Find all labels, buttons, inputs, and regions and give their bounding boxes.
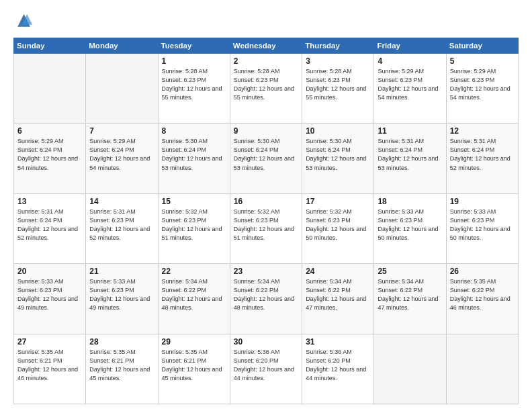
day-info: Sunrise: 5:29 AM Sunset: 6:24 PM Dayligh…: [17, 137, 82, 172]
day-number: 31: [306, 337, 370, 347]
day-number: 8: [162, 126, 226, 136]
calendar-cell: 12Sunrise: 5:31 AM Sunset: 6:24 PM Dayli…: [446, 124, 518, 193]
day-info: Sunrise: 5:34 AM Sunset: 6:22 PM Dayligh…: [378, 277, 442, 312]
weekday-header-thursday: Thursday: [302, 38, 374, 54]
calendar-table: SundayMondayTuesdayWednesdayThursdayFrid…: [13, 38, 519, 404]
weekday-header-tuesday: Tuesday: [158, 38, 230, 54]
day-info: Sunrise: 5:28 AM Sunset: 6:23 PM Dayligh…: [234, 67, 298, 102]
day-info: Sunrise: 5:30 AM Sunset: 6:24 PM Dayligh…: [234, 137, 298, 172]
calendar-cell: [86, 54, 158, 124]
day-number: 28: [89, 337, 154, 347]
calendar-cell: 23Sunrise: 5:34 AM Sunset: 6:22 PM Dayli…: [230, 264, 302, 334]
calendar-cell: 19Sunrise: 5:33 AM Sunset: 6:23 PM Dayli…: [446, 193, 518, 263]
calendar-cell: 3Sunrise: 5:28 AM Sunset: 6:23 PM Daylig…: [302, 54, 374, 124]
calendar-cell: 16Sunrise: 5:32 AM Sunset: 6:23 PM Dayli…: [230, 193, 302, 263]
day-info: Sunrise: 5:34 AM Sunset: 6:22 PM Dayligh…: [306, 277, 370, 312]
calendar-cell: 17Sunrise: 5:32 AM Sunset: 6:23 PM Dayli…: [302, 193, 374, 263]
calendar-header-row: SundayMondayTuesdayWednesdayThursdayFrid…: [14, 38, 519, 54]
calendar-cell: 5Sunrise: 5:29 AM Sunset: 6:23 PM Daylig…: [446, 54, 518, 124]
calendar-cell: 31Sunrise: 5:36 AM Sunset: 6:20 PM Dayli…: [302, 334, 374, 404]
day-number: 25: [378, 267, 442, 276]
day-info: Sunrise: 5:30 AM Sunset: 6:24 PM Dayligh…: [306, 137, 370, 172]
day-info: Sunrise: 5:32 AM Sunset: 6:23 PM Dayligh…: [306, 208, 370, 242]
calendar-cell: 9Sunrise: 5:30 AM Sunset: 6:24 PM Daylig…: [230, 124, 302, 193]
calendar-cell: 27Sunrise: 5:35 AM Sunset: 6:21 PM Dayli…: [14, 334, 86, 404]
page: SundayMondayTuesdayWednesdayThursdayFrid…: [0, 0, 532, 411]
day-number: 29: [162, 337, 226, 347]
calendar-cell: 18Sunrise: 5:33 AM Sunset: 6:23 PM Dayli…: [374, 193, 446, 263]
day-info: Sunrise: 5:34 AM Sunset: 6:22 PM Dayligh…: [234, 277, 298, 312]
calendar-week-1: 1Sunrise: 5:28 AM Sunset: 6:23 PM Daylig…: [14, 54, 519, 124]
day-info: Sunrise: 5:29 AM Sunset: 6:23 PM Dayligh…: [450, 67, 515, 102]
calendar-week-4: 20Sunrise: 5:33 AM Sunset: 6:23 PM Dayli…: [14, 264, 519, 334]
calendar-cell: 25Sunrise: 5:34 AM Sunset: 6:22 PM Dayli…: [374, 264, 446, 334]
calendar-cell: 2Sunrise: 5:28 AM Sunset: 6:23 PM Daylig…: [230, 54, 302, 124]
day-info: Sunrise: 5:29 AM Sunset: 6:23 PM Dayligh…: [378, 67, 442, 102]
logo-icon: [13, 12, 32, 31]
day-info: Sunrise: 5:34 AM Sunset: 6:22 PM Dayligh…: [162, 277, 226, 312]
weekday-header-saturday: Saturday: [446, 38, 518, 54]
calendar-cell: 22Sunrise: 5:34 AM Sunset: 6:22 PM Dayli…: [158, 264, 230, 334]
calendar-cell: 11Sunrise: 5:31 AM Sunset: 6:24 PM Dayli…: [374, 124, 446, 193]
logo: [13, 12, 36, 31]
day-info: Sunrise: 5:35 AM Sunset: 6:22 PM Dayligh…: [450, 277, 515, 312]
day-number: 13: [17, 197, 82, 206]
day-number: 26: [450, 267, 515, 276]
day-info: Sunrise: 5:28 AM Sunset: 6:23 PM Dayligh…: [306, 67, 370, 102]
day-info: Sunrise: 5:33 AM Sunset: 6:23 PM Dayligh…: [450, 208, 515, 242]
day-info: Sunrise: 5:33 AM Sunset: 6:23 PM Dayligh…: [17, 277, 82, 312]
calendar-cell: 10Sunrise: 5:30 AM Sunset: 6:24 PM Dayli…: [302, 124, 374, 193]
day-number: 11: [378, 126, 442, 136]
calendar-week-2: 6Sunrise: 5:29 AM Sunset: 6:24 PM Daylig…: [14, 124, 519, 193]
calendar-cell: 1Sunrise: 5:28 AM Sunset: 6:23 PM Daylig…: [158, 54, 230, 124]
weekday-header-wednesday: Wednesday: [230, 38, 302, 54]
day-info: Sunrise: 5:36 AM Sunset: 6:20 PM Dayligh…: [234, 348, 298, 383]
calendar-cell: [446, 334, 518, 404]
day-number: 21: [89, 267, 154, 276]
day-info: Sunrise: 5:29 AM Sunset: 6:24 PM Dayligh…: [89, 137, 154, 172]
day-number: 18: [378, 197, 442, 206]
day-number: 1: [162, 56, 226, 66]
day-info: Sunrise: 5:31 AM Sunset: 6:23 PM Dayligh…: [89, 208, 154, 242]
day-number: 5: [450, 56, 515, 66]
calendar-cell: 14Sunrise: 5:31 AM Sunset: 6:23 PM Dayli…: [86, 193, 158, 263]
day-info: Sunrise: 5:35 AM Sunset: 6:21 PM Dayligh…: [17, 348, 82, 383]
calendar-cell: 8Sunrise: 5:30 AM Sunset: 6:24 PM Daylig…: [158, 124, 230, 193]
calendar-cell: [374, 334, 446, 404]
day-number: 3: [306, 56, 370, 66]
calendar-cell: 6Sunrise: 5:29 AM Sunset: 6:24 PM Daylig…: [14, 124, 86, 193]
day-number: 6: [17, 126, 82, 136]
weekday-header-friday: Friday: [374, 38, 446, 54]
day-info: Sunrise: 5:35 AM Sunset: 6:21 PM Dayligh…: [162, 348, 226, 383]
calendar-cell: 30Sunrise: 5:36 AM Sunset: 6:20 PM Dayli…: [230, 334, 302, 404]
day-info: Sunrise: 5:31 AM Sunset: 6:24 PM Dayligh…: [450, 137, 515, 172]
day-info: Sunrise: 5:32 AM Sunset: 6:23 PM Dayligh…: [234, 208, 298, 242]
day-info: Sunrise: 5:36 AM Sunset: 6:20 PM Dayligh…: [306, 348, 370, 383]
calendar-cell: 15Sunrise: 5:32 AM Sunset: 6:23 PM Dayli…: [158, 193, 230, 263]
calendar-week-3: 13Sunrise: 5:31 AM Sunset: 6:24 PM Dayli…: [14, 193, 519, 263]
header: [13, 12, 519, 31]
calendar-cell: 24Sunrise: 5:34 AM Sunset: 6:22 PM Dayli…: [302, 264, 374, 334]
day-number: 19: [450, 197, 515, 206]
calendar-cell: 4Sunrise: 5:29 AM Sunset: 6:23 PM Daylig…: [374, 54, 446, 124]
day-info: Sunrise: 5:33 AM Sunset: 6:23 PM Dayligh…: [378, 208, 442, 242]
calendar-cell: 7Sunrise: 5:29 AM Sunset: 6:24 PM Daylig…: [86, 124, 158, 193]
day-info: Sunrise: 5:28 AM Sunset: 6:23 PM Dayligh…: [162, 67, 226, 102]
weekday-header-monday: Monday: [86, 38, 158, 54]
calendar-cell: 29Sunrise: 5:35 AM Sunset: 6:21 PM Dayli…: [158, 334, 230, 404]
day-number: 7: [89, 126, 154, 136]
calendar-cell: 28Sunrise: 5:35 AM Sunset: 6:21 PM Dayli…: [86, 334, 158, 404]
day-number: 27: [17, 337, 82, 347]
calendar-cell: 20Sunrise: 5:33 AM Sunset: 6:23 PM Dayli…: [14, 264, 86, 334]
day-number: 17: [306, 197, 370, 206]
day-number: 24: [306, 267, 370, 276]
day-number: 22: [162, 267, 226, 276]
day-info: Sunrise: 5:31 AM Sunset: 6:24 PM Dayligh…: [378, 137, 442, 172]
day-info: Sunrise: 5:30 AM Sunset: 6:24 PM Dayligh…: [162, 137, 226, 172]
calendar-cell: 21Sunrise: 5:33 AM Sunset: 6:23 PM Dayli…: [86, 264, 158, 334]
day-number: 4: [378, 56, 442, 66]
day-number: 10: [306, 126, 370, 136]
calendar-week-5: 27Sunrise: 5:35 AM Sunset: 6:21 PM Dayli…: [14, 334, 519, 404]
day-info: Sunrise: 5:32 AM Sunset: 6:23 PM Dayligh…: [162, 208, 226, 242]
day-info: Sunrise: 5:31 AM Sunset: 6:24 PM Dayligh…: [17, 208, 82, 242]
